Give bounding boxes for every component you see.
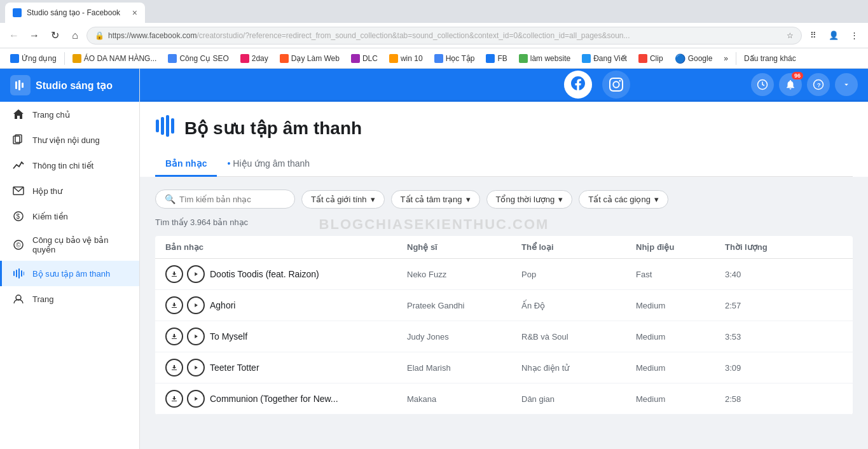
bookmark-dang-viet[interactable]: Đang Viết: [577, 53, 632, 64]
bookmark-win10[interactable]: win 10: [384, 53, 428, 64]
sidebar-label-copyright: Công cụ bảo vệ bản quyền: [32, 235, 129, 254]
bookmark-2day[interactable]: 2day: [235, 53, 273, 64]
download-button-4[interactable]: [165, 359, 183, 376]
notifications-button[interactable]: 96: [779, 73, 802, 96]
bookmark-icon-8: [519, 54, 528, 63]
star-icon[interactable]: ☆: [787, 31, 794, 40]
download-button-2[interactable]: [165, 296, 183, 314]
track-actions-1: [165, 265, 205, 283]
result-count: Tìm thấy 3.964 bản nhạc: [155, 218, 853, 227]
profile-button[interactable]: 👤: [825, 27, 843, 45]
tempo-4: Medium: [636, 363, 725, 373]
col-genre: Thể loại: [521, 242, 636, 252]
play-button-4[interactable]: [187, 359, 205, 376]
studio-name: Studio sáng tạo: [36, 79, 113, 92]
filter-mood[interactable]: Tất cả tâm trạng ▾: [391, 190, 480, 209]
chevron-down-icon-4: ▾: [654, 195, 659, 204]
bookmark-separator-2: [736, 52, 736, 65]
download-button-1[interactable]: [165, 265, 183, 283]
track-actions-4: [165, 359, 205, 376]
svg-rect-19: [156, 120, 159, 132]
sidebar-item-sound[interactable]: Bộ sưu tập âm thanh: [0, 261, 139, 286]
bookmark-icon-10: [638, 54, 647, 63]
bookmark-fb[interactable]: FB: [481, 53, 512, 64]
table-row: Teeter Totter Elad Marish Nhạc điện tử M…: [155, 352, 853, 383]
bookmark-hoc-tap[interactable]: Học Tập: [429, 53, 480, 64]
filter-duration[interactable]: Tổng thời lượng ▾: [486, 190, 573, 209]
home-button[interactable]: ⌂: [66, 27, 84, 45]
search-input[interactable]: [179, 195, 286, 204]
music-table: Bản nhạc Nghệ sĩ Thể loại Nhịp điệu Thời…: [155, 236, 853, 415]
genre-3: R&B và Soul: [521, 332, 636, 342]
download-button-3[interactable]: [165, 328, 183, 345]
bookmark-dlc[interactable]: DLC: [346, 53, 383, 64]
filter-voice[interactable]: Tất cả các giọng ▾: [579, 190, 668, 209]
play-button-1[interactable]: [187, 265, 205, 283]
svg-text:$: $: [17, 213, 20, 220]
menu-button[interactable]: ⋮: [845, 27, 863, 45]
svg-text:?: ?: [817, 81, 821, 88]
table-header: Bản nhạc Nghệ sĩ Thể loại Nhịp điệu Thời…: [155, 236, 853, 259]
sidebar-item-home[interactable]: Trang chủ: [0, 102, 139, 127]
copyright-icon: ©: [12, 238, 25, 251]
play-button-5[interactable]: [187, 390, 205, 408]
bookmark-clip[interactable]: Clip: [633, 53, 668, 64]
sidebar-item-monetize[interactable]: $ Kiếm tiền: [0, 204, 139, 229]
play-button-2[interactable]: [187, 296, 205, 314]
bookmark-more[interactable]: »: [719, 53, 733, 64]
tab-close-button[interactable]: ×: [132, 8, 137, 18]
sidebar-item-page[interactable]: Trang: [0, 286, 139, 312]
artist-3: Judy Jones: [407, 332, 521, 342]
tab-effects-label: Hiệu ứng âm thanh: [233, 158, 310, 169]
track-name-5: Communion (Together for New...: [210, 394, 338, 404]
bookmark-google[interactable]: 🔵 Google: [670, 52, 718, 65]
sidebar-item-library[interactable]: Thư viện nội dung: [0, 127, 139, 153]
bookmark-icon-6: [434, 54, 443, 63]
browser-frame: Studio sáng tạo - Facebook × ← → ↻ ⌂ 🔒 h…: [0, 0, 868, 69]
page-header: Bộ sưu tập âm thanh Bản nhạc •Hiệu ứng â…: [140, 102, 868, 177]
sidebar-item-copyright[interactable]: © Công cụ bảo vệ bản quyền: [0, 229, 139, 261]
play-button-3[interactable]: [187, 328, 205, 345]
address-bar[interactable]: 🔒 https://www.facebook.com/creatorstudio…: [86, 27, 802, 45]
reload-button[interactable]: ↻: [46, 27, 64, 45]
sidebar-item-inbox[interactable]: Hộp thư: [0, 178, 139, 204]
bookmark-day-lam-web[interactable]: Dạy Làm Web: [275, 53, 345, 64]
genre-2: Ấn Độ: [521, 301, 636, 310]
nav-bar: ← → ↻ ⌂ 🔒 https://www.facebook.com/creat…: [0, 23, 868, 48]
instagram-button[interactable]: [602, 71, 630, 99]
forward-button[interactable]: →: [25, 27, 43, 45]
tab-effects[interactable]: •Hiệu ứng âm thanh: [217, 152, 320, 177]
svg-rect-20: [161, 117, 164, 135]
bookmark-icon-5: [389, 54, 398, 63]
genre-1: Pop: [521, 270, 636, 279]
bookmark-lam-website[interactable]: làm website: [514, 53, 575, 64]
help-button[interactable]: ?: [807, 73, 830, 96]
tempo-1: Fast: [636, 270, 725, 279]
table-row: Dootis Toodis (feat. Raizon) Neko Fuzz P…: [155, 259, 853, 290]
svg-rect-12: [18, 268, 20, 279]
bookmark-seo[interactable]: Công Cụ SEO: [163, 53, 233, 64]
back-button[interactable]: ←: [5, 27, 23, 45]
facebook-button[interactable]: [564, 71, 592, 99]
bookmark-apps[interactable]: Ứng dụng: [5, 53, 62, 64]
bookmark-dau-trang-khac[interactable]: Dấu trang khác: [739, 53, 801, 64]
svg-rect-22: [171, 118, 174, 134]
extensions-button[interactable]: ⠿: [804, 27, 822, 45]
browser-tab[interactable]: Studio sáng tạo - Facebook ×: [5, 3, 145, 23]
tempo-3: Medium: [636, 332, 725, 342]
dropdown-button[interactable]: [835, 73, 858, 96]
filters-row: 🔍 Tất cả giới tính ▾ Tất cả tâm trạng ▾ …: [155, 190, 853, 209]
svg-rect-2: [22, 83, 24, 88]
filter-gender[interactable]: Tất cả giới tính ▾: [301, 190, 385, 209]
sidebar-label-stats: Thông tin chi tiết: [32, 161, 93, 170]
bookmark-icon-0: [72, 54, 81, 63]
download-button-5[interactable]: [165, 390, 183, 408]
bookmark-ao-da[interactable]: ÁO DA NAM HÀNG...: [67, 53, 162, 64]
table-row: Aghori Prateek Gandhi Ấn Độ Medium 2:57: [155, 290, 853, 321]
activity-button[interactable]: [751, 73, 774, 96]
search-icon: 🔍: [165, 194, 176, 204]
search-box[interactable]: 🔍: [155, 190, 295, 209]
inbox-icon: [12, 184, 25, 197]
sidebar-item-stats[interactable]: Thông tin chi tiết: [0, 153, 139, 178]
tab-music[interactable]: Bản nhạc: [155, 152, 217, 177]
